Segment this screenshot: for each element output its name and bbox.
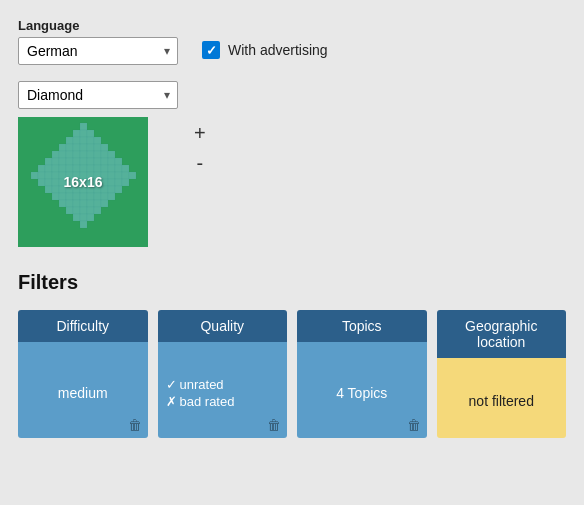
svg-rect-86 [108, 186, 115, 193]
svg-rect-50 [38, 172, 45, 179]
svg-rect-11 [73, 144, 80, 151]
filter-difficulty-value: medium [58, 385, 108, 401]
svg-rect-21 [87, 151, 94, 158]
svg-rect-96 [108, 193, 115, 200]
advertising-label: With advertising [228, 42, 328, 58]
svg-rect-41 [73, 165, 80, 172]
svg-rect-63 [129, 172, 136, 179]
svg-rect-22 [94, 151, 101, 158]
svg-rect-8 [94, 137, 101, 144]
svg-rect-107 [87, 207, 94, 214]
filter-card-quality-body: ✓ unrated ✗ bad rated 🗑 [158, 342, 288, 438]
svg-rect-3 [87, 130, 94, 137]
shape-select[interactable]: Diamond Square Circle [18, 81, 178, 109]
svg-rect-26 [52, 158, 59, 165]
svg-rect-111 [87, 214, 94, 221]
zoom-controls: + - [190, 81, 210, 175]
check-icon-unrated: ✓ [166, 377, 177, 392]
svg-rect-6 [80, 137, 87, 144]
svg-rect-88 [52, 193, 59, 200]
svg-rect-99 [73, 200, 80, 207]
svg-rect-23 [101, 151, 108, 158]
svg-rect-30 [80, 158, 87, 165]
svg-rect-32 [94, 158, 101, 165]
svg-rect-0 [80, 123, 87, 130]
svg-rect-110 [80, 214, 87, 221]
svg-rect-104 [66, 207, 73, 214]
language-select[interactable]: German English French Spanish [18, 37, 178, 65]
quality-checklist: ✓ unrated ✗ bad rated [166, 377, 280, 409]
svg-rect-51 [45, 172, 52, 179]
svg-rect-43 [87, 165, 94, 172]
svg-rect-19 [73, 151, 80, 158]
svg-rect-39 [59, 165, 66, 172]
svg-rect-9 [59, 144, 66, 151]
svg-rect-105 [73, 207, 80, 214]
svg-rect-36 [38, 165, 45, 172]
filter-card-difficulty: Difficulty medium 🗑 [18, 310, 148, 438]
svg-rect-76 [122, 179, 129, 186]
svg-rect-62 [122, 172, 129, 179]
svg-rect-1 [73, 130, 80, 137]
svg-rect-46 [108, 165, 115, 172]
advertising-checkbox-row[interactable]: ✓ With advertising [202, 41, 328, 65]
svg-rect-103 [101, 200, 108, 207]
svg-rect-25 [45, 158, 52, 165]
filter-quality-trash-icon[interactable]: 🗑 [267, 417, 281, 433]
filter-difficulty-trash-icon[interactable]: 🗑 [128, 417, 142, 433]
svg-rect-97 [59, 200, 66, 207]
checkbox-check-icon: ✓ [206, 44, 217, 57]
svg-rect-87 [115, 186, 122, 193]
svg-rect-5 [73, 137, 80, 144]
filter-card-difficulty-header: Difficulty [18, 310, 148, 342]
svg-rect-29 [73, 158, 80, 165]
svg-rect-106 [80, 207, 87, 214]
svg-rect-12 [80, 144, 87, 151]
svg-rect-92 [80, 193, 87, 200]
svg-rect-65 [45, 179, 52, 186]
svg-rect-91 [73, 193, 80, 200]
filter-card-topics: Topics 4 Topics 🗑 [297, 310, 427, 438]
filters-title: Filters [18, 271, 566, 294]
svg-rect-27 [59, 158, 66, 165]
zoom-out-button[interactable]: - [190, 151, 210, 175]
svg-rect-78 [52, 186, 59, 193]
svg-rect-60 [108, 172, 115, 179]
svg-rect-33 [101, 158, 108, 165]
svg-rect-15 [101, 144, 108, 151]
svg-rect-42 [80, 165, 87, 172]
filter-card-quality-header: Quality [158, 310, 288, 342]
zoom-in-button[interactable]: + [190, 121, 210, 145]
advertising-checkbox[interactable]: ✓ [202, 41, 220, 59]
svg-rect-66 [52, 179, 59, 186]
svg-rect-18 [66, 151, 73, 158]
svg-rect-89 [59, 193, 66, 200]
svg-rect-16 [52, 151, 59, 158]
svg-rect-108 [94, 207, 101, 214]
svg-rect-10 [66, 144, 73, 151]
svg-rect-31 [87, 158, 94, 165]
svg-rect-100 [80, 200, 87, 207]
svg-rect-94 [94, 193, 101, 200]
top-controls: Language German English French Spanish ▾… [18, 18, 566, 65]
svg-rect-48 [122, 165, 129, 172]
svg-rect-75 [115, 179, 122, 186]
language-dropdown-wrapper: German English French Spanish ▾ [18, 37, 178, 65]
svg-rect-101 [87, 200, 94, 207]
shape-section: Diamond Square Circle ▾ [18, 81, 566, 247]
quality-unrated-label: unrated [180, 377, 224, 392]
quality-check-unrated: ✓ unrated [166, 377, 280, 392]
svg-rect-74 [108, 179, 115, 186]
svg-rect-52 [52, 172, 59, 179]
shape-dropdown-wrapper: Diamond Square Circle ▾ [18, 81, 178, 109]
language-label: Language [18, 18, 178, 33]
svg-rect-61 [115, 172, 122, 179]
diamond-size-label: 16x16 [64, 174, 103, 190]
svg-rect-34 [108, 158, 115, 165]
svg-rect-14 [94, 144, 101, 151]
svg-rect-102 [94, 200, 101, 207]
svg-rect-35 [115, 158, 122, 165]
svg-rect-49 [31, 172, 38, 179]
filter-topics-trash-icon[interactable]: 🗑 [407, 417, 421, 433]
svg-rect-38 [52, 165, 59, 172]
